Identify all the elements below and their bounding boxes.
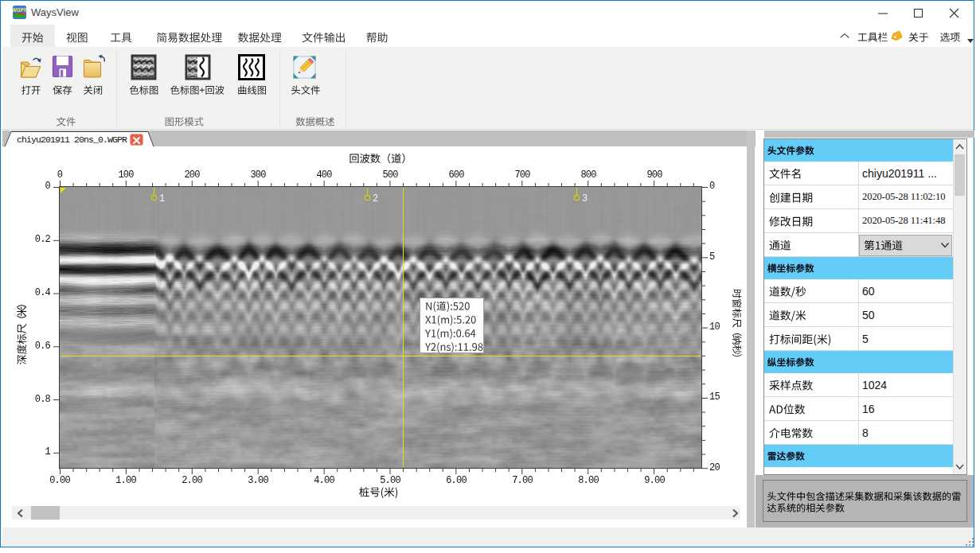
svg-text:3: 3 [582, 193, 588, 204]
svg-text:2: 2 [373, 193, 378, 204]
svg-text:1: 1 [159, 193, 165, 204]
